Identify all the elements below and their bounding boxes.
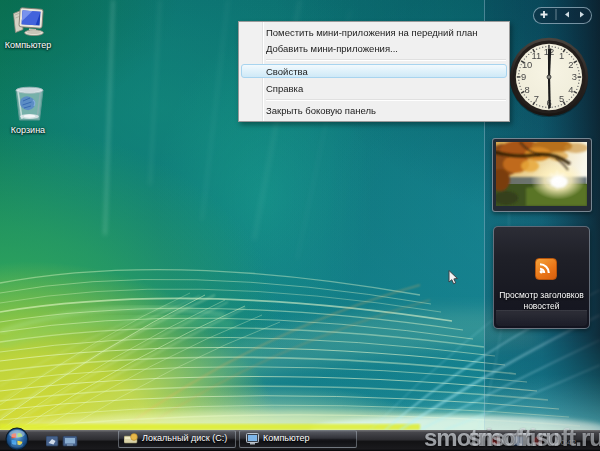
svg-text:9: 9 (521, 71, 526, 82)
svg-text:11: 11 (531, 50, 541, 61)
svg-text:1: 1 (559, 50, 564, 61)
svg-text:7: 7 (534, 93, 539, 104)
svg-text:2: 2 (568, 59, 573, 70)
svg-text:5: 5 (559, 93, 564, 104)
svg-text:3: 3 (572, 71, 577, 82)
svg-text:8: 8 (524, 84, 529, 95)
svg-text:4: 4 (568, 84, 573, 95)
